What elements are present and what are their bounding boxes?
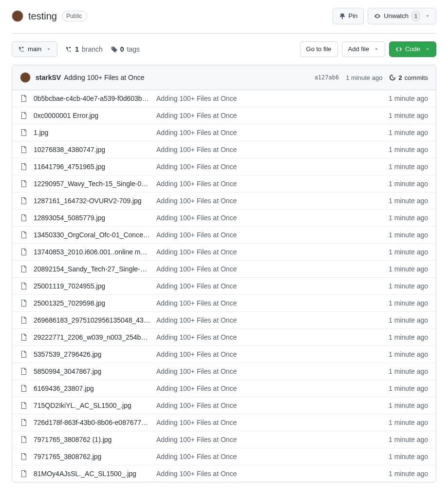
file-commit-msg[interactable]: Adding 100+ Files at Once bbox=[156, 248, 364, 256]
file-commit-msg[interactable]: Adding 100+ Files at Once bbox=[156, 282, 364, 290]
file-name[interactable]: 1287161_164732-OVURV2-709.jpg bbox=[34, 197, 150, 205]
file-name[interactable]: 5357539_2796426.jpg bbox=[34, 350, 150, 358]
code-icon bbox=[395, 46, 402, 53]
file-row: 5357539_2796426.jpgAdding 100+ Files at … bbox=[12, 345, 436, 363]
file-icon bbox=[20, 350, 28, 358]
file-commit-msg[interactable]: Adding 100+ Files at Once bbox=[156, 163, 364, 171]
file-icon bbox=[20, 180, 28, 188]
file-time: 1 minute ago bbox=[370, 248, 428, 256]
file-name[interactable]: 7971765_3808762 (1).jpg bbox=[34, 436, 150, 443]
file-name[interactable]: 12893054_5085779.jpg bbox=[34, 214, 150, 222]
branches-link[interactable]: 1 branch bbox=[65, 45, 103, 53]
file-row: 0b5bcbae-c4cb-40e7-a539-f0d603b6…Adding … bbox=[12, 90, 436, 107]
file-commit-msg[interactable]: Adding 100+ Files at Once bbox=[156, 197, 364, 205]
eye-icon bbox=[374, 13, 381, 19]
file-name[interactable]: 81MOy4AJsSL._AC_SL1500_.jpg bbox=[34, 470, 150, 478]
file-commit-msg[interactable]: Adding 100+ Files at Once bbox=[156, 384, 364, 392]
file-commit-msg[interactable]: Adding 100+ Files at Once bbox=[156, 470, 364, 478]
tags-link[interactable]: 0 tags bbox=[111, 45, 140, 53]
goto-file-button[interactable]: Go to file bbox=[300, 41, 338, 57]
commits-link[interactable]: 2 commits bbox=[389, 74, 428, 81]
file-name[interactable]: 25001119_7024955.jpg bbox=[34, 282, 150, 290]
file-name[interactable]: 25001325_7029598.jpg bbox=[34, 299, 150, 307]
file-time: 1 minute ago bbox=[370, 265, 428, 273]
commit-author[interactable]: starkSV bbox=[36, 74, 61, 81]
commit-time: 1 minute ago bbox=[346, 74, 382, 81]
chevron-down-icon bbox=[46, 47, 51, 52]
file-time: 1 minute ago bbox=[370, 299, 428, 307]
file-time: 1 minute ago bbox=[370, 214, 428, 222]
file-commit-msg[interactable]: Adding 100+ Files at Once bbox=[156, 95, 364, 102]
file-commit-msg[interactable]: Adding 100+ Files at Once bbox=[156, 436, 364, 443]
file-name[interactable]: 13450330_OrgCoral_Ofc-01_Concept… bbox=[34, 231, 150, 239]
commits-word: commits bbox=[405, 74, 428, 81]
repo-name[interactable]: testing bbox=[28, 11, 57, 22]
file-name[interactable]: 10276838_4380747.jpg bbox=[34, 146, 150, 154]
file-time: 1 minute ago bbox=[370, 402, 428, 409]
code-button[interactable]: Code bbox=[389, 41, 436, 57]
file-row: 5850994_3047867.jpgAdding 100+ Files at … bbox=[12, 363, 436, 380]
file-name[interactable]: 20892154_Sandy_Tech-27_Single-04.j… bbox=[34, 265, 150, 273]
file-name[interactable]: 715QD2IkiYL._AC_SL1500_.jpg bbox=[34, 402, 150, 409]
file-row: 7971765_3808762 (1).jpgAdding 100+ Files… bbox=[12, 431, 436, 448]
file-time: 1 minute ago bbox=[370, 350, 428, 358]
commit-message[interactable]: Adding 100+ Files at Once bbox=[64, 74, 144, 81]
file-name[interactable]: 13740853_2010.i606.001..online medi… bbox=[34, 248, 150, 256]
file-icon bbox=[20, 367, 28, 375]
commit-sha[interactable]: a127ab6 bbox=[315, 74, 339, 81]
pin-button[interactable]: Pin bbox=[333, 8, 364, 24]
file-commit-msg[interactable]: Adding 100+ Files at Once bbox=[156, 316, 364, 324]
file-commit-msg[interactable]: Adding 100+ Files at Once bbox=[156, 402, 364, 409]
code-label: Code bbox=[405, 44, 420, 54]
file-time: 1 minute ago bbox=[370, 197, 428, 205]
file-name[interactable]: 5850994_3047867.jpg bbox=[34, 367, 150, 375]
branch-picker-button[interactable]: main bbox=[12, 41, 57, 57]
file-time: 1 minute ago bbox=[370, 146, 428, 154]
file-icon bbox=[20, 299, 28, 307]
file-row: 25001119_7024955.jpgAdding 100+ Files at… bbox=[12, 277, 436, 294]
file-name[interactable]: 6169436_23807.jpg bbox=[34, 384, 150, 392]
file-commit-msg[interactable]: Adding 100+ Files at Once bbox=[156, 419, 364, 426]
file-row: 81MOy4AJsSL._AC_SL1500_.jpgAdding 100+ F… bbox=[12, 465, 436, 482]
file-row: 13740853_2010.i606.001..online medi…Addi… bbox=[12, 243, 436, 260]
unwatch-button[interactable]: Unwatch 1 bbox=[368, 8, 436, 24]
file-commit-msg[interactable]: Adding 100+ Files at Once bbox=[156, 265, 364, 273]
chevron-down-icon bbox=[425, 47, 430, 52]
owner-avatar[interactable] bbox=[12, 10, 23, 22]
file-commit-msg[interactable]: Adding 100+ Files at Once bbox=[156, 129, 364, 136]
file-time: 1 minute ago bbox=[370, 129, 428, 136]
file-commit-msg[interactable]: Adding 100+ Files at Once bbox=[156, 299, 364, 307]
file-commit-msg[interactable]: Adding 100+ Files at Once bbox=[156, 214, 364, 222]
add-file-button[interactable]: Add file bbox=[342, 41, 385, 57]
commit-author-avatar[interactable] bbox=[20, 72, 31, 83]
latest-commit-bar: starkSV Adding 100+ Files at Once a127ab… bbox=[12, 65, 436, 90]
file-name[interactable]: 0b5bcbae-c4cb-40e7-a539-f0d603b6… bbox=[34, 95, 150, 102]
file-name[interactable]: 1.jpg bbox=[34, 129, 150, 136]
file-row: 726d178f-863f-43b0-8b06-e0876775…Adding … bbox=[12, 414, 436, 431]
file-row: 20892154_Sandy_Tech-27_Single-04.j…Addin… bbox=[12, 260, 436, 277]
git-branch-icon bbox=[65, 46, 72, 53]
file-name[interactable]: 11641796_4751965.jpg bbox=[34, 163, 150, 171]
file-time: 1 minute ago bbox=[370, 180, 428, 188]
file-commit-msg[interactable]: Adding 100+ Files at Once bbox=[156, 146, 364, 154]
file-name[interactable]: 7971765_3808762.jpg bbox=[34, 453, 150, 461]
file-commit-msg[interactable]: Adding 100+ Files at Once bbox=[156, 112, 364, 119]
file-name[interactable]: 726d178f-863f-43b0-8b06-e0876775… bbox=[34, 419, 150, 426]
file-commit-msg[interactable]: Adding 100+ Files at Once bbox=[156, 350, 364, 358]
file-commit-msg[interactable]: Adding 100+ Files at Once bbox=[156, 333, 364, 341]
file-commit-msg[interactable]: Adding 100+ Files at Once bbox=[156, 180, 364, 188]
file-name[interactable]: 269686183_2975102956135048_4321… bbox=[34, 316, 150, 324]
file-name[interactable]: 12290957_Wavy_Tech-15_Single-02.jpg bbox=[34, 180, 150, 188]
tag-icon bbox=[111, 46, 117, 53]
file-time: 1 minute ago bbox=[370, 316, 428, 324]
file-commit-msg[interactable]: Adding 100+ Files at Once bbox=[156, 453, 364, 461]
commits-count: 2 bbox=[398, 74, 402, 81]
file-name[interactable]: 0xc0000001 Error.jpg bbox=[34, 112, 150, 119]
add-file-label: Add file bbox=[348, 44, 369, 54]
file-commit-msg[interactable]: Adding 100+ Files at Once bbox=[156, 231, 364, 239]
file-name[interactable]: 29222771_2206_w039_n003_254b_p1… bbox=[34, 333, 150, 341]
watch-count: 1 bbox=[411, 11, 420, 21]
branch-current: main bbox=[28, 44, 41, 54]
file-commit-msg[interactable]: Adding 100+ Files at Once bbox=[156, 367, 364, 375]
git-branch-icon bbox=[18, 46, 25, 53]
